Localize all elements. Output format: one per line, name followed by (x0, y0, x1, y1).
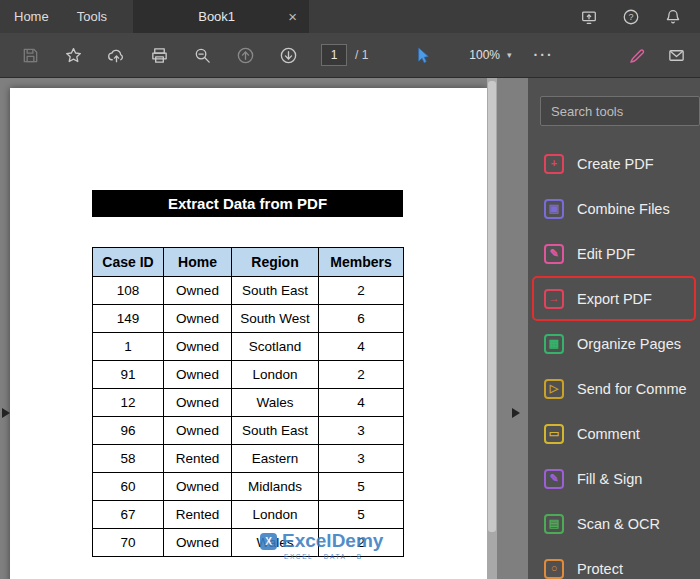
table-cell: 58 (93, 445, 164, 473)
table-cell: Owned (164, 277, 232, 305)
table-cell: 2 (319, 361, 404, 389)
zoom-control[interactable]: 100% ▾ (469, 48, 511, 62)
tool-item-edit-pdf[interactable]: ✎Edit PDF (532, 231, 696, 276)
arrow-down-icon[interactable] (272, 39, 304, 71)
scrollbar-thumb[interactable] (488, 81, 496, 532)
table-cell: South East (232, 277, 319, 305)
share-screen-icon[interactable] (580, 8, 598, 26)
tool-item-protect[interactable]: ○Protect (532, 546, 696, 579)
toolbar-overflow-button[interactable]: ··· (534, 47, 554, 63)
exceldemy-logo-icon: X (260, 533, 277, 550)
envelope-icon[interactable] (667, 46, 686, 65)
svg-text:?: ? (628, 12, 633, 22)
print-icon[interactable] (143, 39, 175, 71)
pdf-table: Case IDHomeRegionMembers 108OwnedSouth E… (92, 247, 404, 557)
fill-sign-icon: ✎ (544, 469, 564, 489)
help-icon[interactable]: ? (622, 8, 640, 26)
tab-tools[interactable]: Tools (63, 0, 121, 33)
cloud-upload-icon[interactable] (100, 39, 132, 71)
table-cell: 96 (93, 417, 164, 445)
edit-pdf-icon: ✎ (544, 244, 564, 264)
table-cell: 60 (93, 473, 164, 501)
table-row: 12OwnedWales4 (93, 389, 404, 417)
tool-label: Protect (577, 561, 623, 577)
document-viewport: Extract Data from PDF Case IDHomeRegionM… (0, 78, 528, 579)
table-cell: 3 (319, 417, 404, 445)
table-row: 108OwnedSouth East2 (93, 277, 404, 305)
table-cell: South West (232, 305, 319, 333)
main-toolbar: / 1 100% ▾ ··· (0, 33, 700, 78)
toolbar-right-icons (628, 46, 686, 65)
tool-item-export-pdf[interactable]: →Export PDF (532, 276, 696, 321)
table-cell: 70 (93, 529, 164, 557)
tool-item-organize-pages[interactable]: ▦Organize Pages (532, 321, 696, 366)
page-total-label: / 1 (355, 48, 368, 62)
table-header-cell: Region (232, 248, 319, 277)
tool-item-combine-files[interactable]: ▣Combine Files (532, 186, 696, 231)
table-cell: Owned (164, 333, 232, 361)
fill-sign-pen-icon[interactable] (628, 46, 647, 65)
acrobat-window: Home Tools Book1 × ? (0, 0, 700, 579)
table-row: 58RentedEastern3 (93, 445, 404, 473)
table-row: 91OwnedLondon2 (93, 361, 404, 389)
send-for-comme-icon: ▷ (544, 379, 564, 399)
table-cell: Owned (164, 305, 232, 333)
scan-ocr-icon: ▤ (544, 514, 564, 534)
table-header-cell: Home (164, 248, 232, 277)
table-cell: Owned (164, 361, 232, 389)
zoom-level-label: 100% (469, 48, 500, 62)
table-cell: Rented (164, 445, 232, 473)
table-cell: Scotland (232, 333, 319, 361)
comment-icon: ▭ (544, 424, 564, 444)
table-cell: 5 (319, 501, 404, 529)
table-cell: 149 (93, 305, 164, 333)
save-icon[interactable] (14, 39, 46, 71)
tool-label: Export PDF (577, 291, 652, 307)
table-row: 67RentedLondon5 (93, 501, 404, 529)
table-cell: Rented (164, 501, 232, 529)
tool-label: Combine Files (577, 201, 670, 217)
star-icon[interactable] (57, 39, 89, 71)
chevron-down-icon[interactable]: ▾ (507, 50, 512, 60)
document-tab-book1[interactable]: Book1 × (133, 0, 309, 33)
vertical-scrollbar[interactable] (487, 78, 497, 579)
table-cell: 1 (93, 333, 164, 361)
watermark-brand: ExcelDemy (282, 530, 383, 552)
watermark-tagline: EXCEL · DATA · B (284, 553, 383, 560)
table-cell: Owned (164, 473, 232, 501)
arrow-up-icon[interactable] (229, 39, 261, 71)
table-cell: 5 (319, 473, 404, 501)
tool-item-create-pdf[interactable]: +Create PDF (532, 141, 696, 186)
combine-files-icon: ▣ (544, 199, 564, 219)
create-pdf-icon: + (544, 154, 564, 174)
tool-label: Fill & Sign (577, 471, 642, 487)
tool-item-comment[interactable]: ▭Comment (532, 411, 696, 456)
tool-label: Send for Comme (577, 381, 687, 397)
tab-home[interactable]: Home (0, 0, 63, 33)
tool-item-scan-ocr[interactable]: ▤Scan & OCR (532, 501, 696, 546)
tool-label: Organize Pages (577, 336, 681, 352)
zoom-search-icon[interactable] (186, 39, 218, 71)
organize-pages-icon: ▦ (544, 334, 564, 354)
exceldemy-watermark: X ExcelDemy EXCEL · DATA · B (260, 530, 383, 560)
search-input[interactable] (540, 96, 700, 126)
left-panel-expand-icon[interactable] (2, 408, 10, 418)
table-header-cell: Members (319, 248, 404, 277)
tools-list: +Create PDF▣Combine Files✎Edit PDF→Expor… (528, 141, 700, 579)
table-row: 149OwnedSouth West6 (93, 305, 404, 333)
tool-item-fill-sign[interactable]: ✎Fill & Sign (532, 456, 696, 501)
table-cell: 108 (93, 277, 164, 305)
bell-icon[interactable] (664, 8, 682, 26)
close-tab-icon[interactable]: × (288, 9, 297, 24)
table-cell: Owned (164, 529, 232, 557)
table-cell: Eastern (232, 445, 319, 473)
pdf-page: Extract Data from PDF Case IDHomeRegionM… (10, 88, 487, 579)
table-row: 60OwnedMidlands5 (93, 473, 404, 501)
table-cell: Wales (232, 389, 319, 417)
tool-label: Comment (577, 426, 640, 442)
tool-item-send-for-comme[interactable]: ▷Send for Comme (532, 366, 696, 411)
select-cursor-icon[interactable] (406, 39, 438, 71)
tools-panel-collapse-icon[interactable] (512, 408, 520, 418)
table-cell: 4 (319, 333, 404, 361)
page-number-input[interactable] (321, 44, 347, 66)
